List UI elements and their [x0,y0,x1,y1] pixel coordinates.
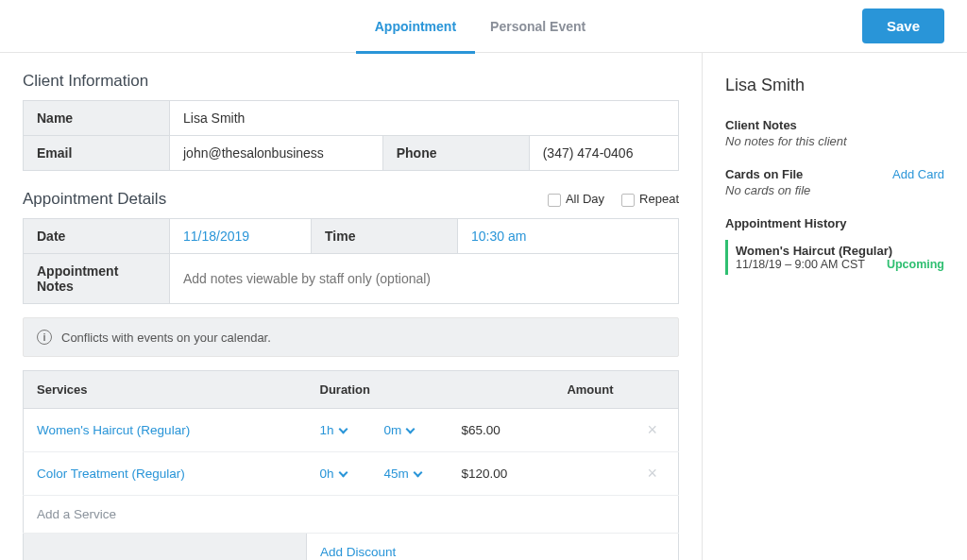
service-amount[interactable]: $120.00 [449,452,627,496]
service-name[interactable]: Women's Haircut (Regular) [37,423,190,437]
client-info-title: Client Information [23,72,679,91]
repeat-checkbox[interactable]: Repeat [621,192,679,207]
add-card-link[interactable]: Add Card [892,167,944,181]
conflict-alert: i Conflicts with events on your calendar… [23,317,679,357]
add-service-label: Add a Service [24,496,679,534]
duration-minutes-select[interactable]: 45m [384,467,421,481]
name-label: Name [24,101,170,136]
duration-minutes-select[interactable]: 0m [384,423,415,437]
time-picker[interactable]: 10:30 am [471,229,526,244]
chevron-down-icon [406,425,416,434]
service-row: Color Treatment (Regular) 0h 45m $120.00… [24,452,679,496]
appointment-notes-input[interactable] [183,271,665,286]
email-value[interactable]: john@thesalonbusiness [170,136,383,171]
appointment-details-table: Date 11/18/2019 Time 10:30 am Appointmen… [23,218,679,304]
history-item[interactable]: Women's Haircut (Regular) 11/18/19 – 9:0… [725,240,944,275]
history-item-datetime: 11/18/19 – 9:00 AM CST [736,258,865,271]
all-day-label: All Day [566,192,604,206]
phone-label: Phone [382,136,529,171]
duration-hours-select[interactable]: 0h [320,467,347,481]
conflict-alert-text: Conflicts with events on your calendar. [61,331,271,345]
repeat-label: Repeat [639,192,679,206]
appointment-history-label: Appointment History [725,216,944,230]
cards-on-file-value: No cards on file [725,183,944,197]
remove-service-button[interactable]: × [639,420,665,440]
services-header: Services [24,371,307,409]
service-name[interactable]: Color Treatment (Regular) [37,467,185,481]
phone-value[interactable]: (347) 474-0406 [529,136,678,171]
sidebar-client-name: Lisa Smith [725,76,944,95]
top-tabs: Appointment Personal Event [375,0,585,53]
amount-header: Amount [449,371,627,409]
all-day-checkbox[interactable]: All Day [548,192,604,207]
date-label: Date [24,219,170,254]
add-discount-link[interactable]: Add Discount [320,545,396,559]
history-item-title: Women's Haircut (Regular) [736,244,944,258]
name-value[interactable]: Lisa Smith [170,101,679,136]
client-notes-label: Client Notes [725,118,944,132]
service-row: Women's Haircut (Regular) 1h 0m $65.00 × [24,409,679,452]
email-label: Email [24,136,170,171]
client-info-table: Name Lisa Smith Email john@thesalonbusin… [23,100,679,171]
chevron-down-icon [413,468,422,478]
duration-header: Duration [307,371,449,409]
date-picker[interactable]: 11/18/2019 [183,229,249,244]
save-button[interactable]: Save [862,8,944,43]
client-notes-value: No notes for this client [725,134,944,148]
add-service-row[interactable]: Add a Service [24,496,679,534]
cards-on-file-label: Cards on File [725,167,803,181]
appointment-details-title: Appointment Details [23,190,166,209]
chevron-down-icon [338,425,348,434]
service-amount[interactable]: $65.00 [449,409,627,452]
history-item-status: Upcoming [887,258,944,271]
chevron-down-icon [338,468,348,478]
info-icon: i [37,330,52,345]
remove-service-button[interactable]: × [639,464,665,484]
services-table: Services Duration Amount Women's Haircut… [23,370,679,560]
duration-hours-select[interactable]: 1h [320,423,347,437]
tab-personal-event[interactable]: Personal Event [490,0,585,53]
tab-appointment[interactable]: Appointment [375,0,456,53]
appointment-notes-label: Appointment Notes [24,254,170,304]
time-label: Time [312,219,458,254]
